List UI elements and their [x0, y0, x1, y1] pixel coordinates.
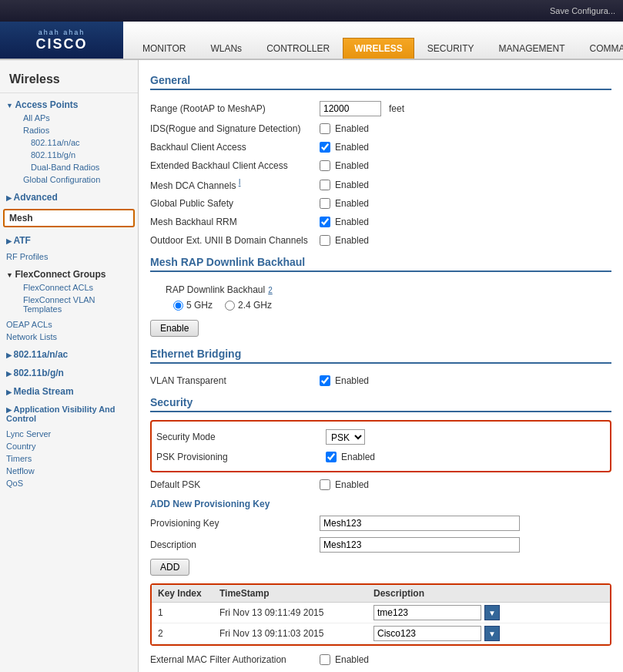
main-container: Wireless Access Points All APs Radios 80… — [0, 60, 623, 672]
outdoor-checkbox[interactable] — [320, 235, 330, 246]
sidebar-item-rf-profiles[interactable]: RF Profiles — [0, 250, 138, 263]
prov-table-header: Key Index TimeStamp Description — [152, 585, 610, 603]
psk-prov-label: PSK Provisioning — [156, 452, 326, 462]
sidebar-item-flexconnect-groups[interactable]: FlexConnect Groups — [0, 266, 138, 281]
security-mode-select[interactable]: PSK EAP — [326, 429, 365, 445]
row1-desc-input[interactable] — [373, 605, 481, 620]
sidebar-item-timers[interactable]: Timers — [0, 452, 138, 465]
ext-mac-row: External MAC Filter Authorization Enable… — [150, 650, 611, 669]
ids-control: Enabled — [320, 123, 369, 134]
col-header-index: Key Index — [158, 588, 219, 599]
mesh-dca-info-icon[interactable]: I — [239, 178, 241, 186]
outdoor-enabled-label: Enabled — [335, 235, 369, 246]
row1-blue-button[interactable]: ▼ — [484, 605, 500, 620]
row1-timestamp: Fri Nov 13 09:11:49 2015 — [219, 607, 373, 618]
rap-5ghz-option[interactable]: 5 GHz — [173, 300, 213, 311]
mesh-dca-row: Mesh DCA Channels I Enabled — [150, 175, 611, 194]
ext-backhaul-control: Enabled — [320, 160, 369, 171]
sidebar-item-qos[interactable]: QoS — [0, 477, 138, 489]
sidebar-item-advanced[interactable]: Advanced — [0, 189, 138, 204]
default-psk-enabled-label: Enabled — [335, 479, 369, 490]
mesh-backhaul-checkbox[interactable] — [320, 217, 330, 227]
tab-management[interactable]: MANAGEMENT — [487, 38, 577, 59]
ids-checkbox[interactable] — [320, 123, 330, 134]
vlan-label: VLAN Transparent — [150, 375, 320, 386]
vlan-checkbox[interactable] — [320, 375, 330, 386]
sidebar-item-global-config[interactable]: Global Configuration — [0, 173, 138, 186]
col-header-timestamp: TimeStamp — [219, 588, 373, 599]
security-section-title: Security — [150, 396, 611, 412]
psk-prov-enabled-label: Enabled — [341, 452, 375, 462]
description-input[interactable] — [320, 537, 520, 553]
default-psk-checkbox[interactable] — [320, 479, 330, 490]
psk-prov-checkbox[interactable] — [326, 452, 337, 462]
tab-monitor[interactable]: MONITOR — [131, 38, 197, 59]
global-safety-checkbox[interactable] — [320, 198, 330, 209]
tab-wireless[interactable]: WIRELESS — [343, 38, 414, 59]
backhaul-checkbox[interactable] — [320, 142, 330, 153]
security-mode-row: Security Mode PSK EAP — [156, 426, 605, 448]
rap-24ghz-radio[interactable] — [225, 301, 235, 311]
range-label: Range (RootAP to MeshAP) — [150, 103, 320, 114]
ethernet-section-title: Ethernet Bridging — [150, 348, 611, 364]
force-ext-row: Force External Authentication Enabled — [150, 669, 611, 672]
prov-key-row: Provisioning Key — [150, 512, 611, 534]
vlan-control: Enabled — [320, 375, 369, 386]
prov-key-table: Key Index TimeStamp Description 1 Fri No… — [150, 583, 611, 646]
tab-commands[interactable]: COMMANDS — [578, 38, 623, 59]
prov-key-input[interactable] — [320, 516, 520, 531]
sidebar-item-lync-server[interactable]: Lync Server — [0, 428, 138, 440]
ext-mac-checkbox[interactable] — [320, 654, 330, 665]
ext-backhaul-checkbox[interactable] — [320, 160, 330, 171]
sidebar-item-radios[interactable]: Radios — [0, 124, 138, 136]
row2-blue-button[interactable]: ▼ — [484, 626, 500, 641]
save-config-label[interactable]: Save Configura... — [550, 6, 615, 15]
rap-label: RAP Downlink Backhaul 2 — [166, 284, 611, 295]
sidebar-item-media-stream[interactable]: Media Stream — [0, 383, 138, 398]
sidebar-item-flexconnect-vlan-templates[interactable]: FlexConnect VLAN Templates — [0, 294, 138, 315]
ids-enabled-label: Enabled — [335, 123, 369, 134]
tab-wlans[interactable]: WLANs — [199, 38, 253, 59]
ext-mac-enabled-label: Enabled — [335, 654, 369, 665]
row1-index: 1 — [158, 607, 219, 618]
sidebar-item-oeap-acls[interactable]: OEAP ACLs — [0, 318, 138, 331]
tab-security[interactable]: SECURITY — [416, 38, 486, 59]
sidebar-item-country[interactable]: Country — [0, 440, 138, 452]
sidebar-item-dual-band[interactable]: Dual-Band Radios — [0, 161, 138, 173]
mesh-dca-enabled-label: Enabled — [335, 180, 369, 190]
mesh-backhaul-row: Mesh Backhaul RRM Enabled — [150, 213, 611, 231]
tab-controller[interactable]: CONTROLLER — [255, 38, 341, 59]
row1-desc: ▼ — [373, 605, 604, 620]
sidebar-item-mesh[interactable]: Mesh — [3, 209, 135, 227]
range-unit: feet — [389, 103, 404, 114]
add-button[interactable]: ADD — [150, 559, 189, 576]
mesh-dca-checkbox[interactable] — [320, 180, 330, 190]
sidebar-item-app-visibility[interactable]: Application Visibility And Control — [0, 402, 138, 425]
prov-key-control — [320, 516, 520, 531]
sidebar-item-80211anac-section[interactable]: 802.11a/n/ac — [0, 346, 138, 361]
sidebar-item-80211bgn-section[interactable]: 802.11b/g/n — [0, 365, 138, 380]
sidebar-item-network-lists[interactable]: Network Lists — [0, 331, 138, 343]
mesh-backhaul-enabled-label: Enabled — [335, 217, 369, 227]
sidebar-item-80211anac[interactable]: 802.11a/n/ac — [0, 136, 138, 149]
backhaul-enabled-label: Enabled — [335, 142, 369, 153]
rap-5ghz-radio[interactable] — [173, 301, 183, 311]
sidebar-item-atf[interactable]: ATF — [0, 232, 138, 247]
sidebar-item-access-points[interactable]: Access Points — [0, 96, 138, 112]
rap-5ghz-label: 5 GHz — [186, 300, 213, 311]
security-box: Security Mode PSK EAP PSK Provisioning E… — [150, 420, 611, 472]
rap-info-icon[interactable]: 2 — [268, 286, 273, 294]
sidebar-item-netflow[interactable]: Netflow — [0, 465, 138, 477]
ext-mac-label: External MAC Filter Authorization — [150, 654, 320, 665]
row2-desc-input[interactable] — [373, 626, 481, 641]
rap-section: RAP Downlink Backhaul 2 5 GHz 2.4 GHz — [150, 280, 611, 315]
sidebar-item-80211bgn[interactable]: 802.11b/g/n — [0, 149, 138, 161]
sidebar-item-all-aps[interactable]: All APs — [0, 112, 138, 124]
rap-section-title: Mesh RAP Downlink Backhaul — [150, 256, 611, 272]
backhaul-control: Enabled — [320, 142, 369, 153]
enable-button[interactable]: Enable — [150, 320, 199, 337]
range-input[interactable] — [320, 101, 381, 116]
rap-24ghz-option[interactable]: 2.4 GHz — [225, 300, 272, 311]
sidebar-item-flexconnect-acls[interactable]: FlexConnect ACLs — [0, 281, 138, 294]
default-psk-control: Enabled — [320, 479, 369, 490]
